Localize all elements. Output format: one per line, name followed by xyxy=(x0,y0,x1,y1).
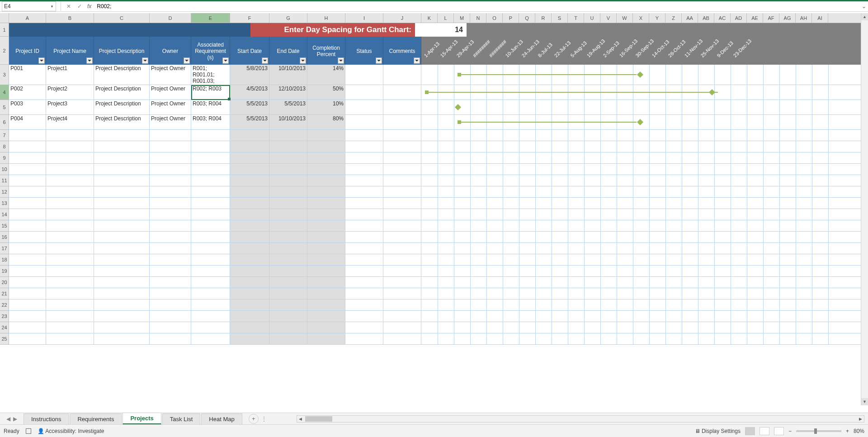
cell-end[interactable]: 12/10/2013 xyxy=(269,85,307,100)
cell-empty[interactable] xyxy=(269,299,307,310)
scroll-up-icon[interactable]: ▲ xyxy=(861,13,868,20)
cell-desc[interactable]: Project Description xyxy=(94,85,150,100)
cell-empty[interactable] xyxy=(269,141,307,152)
cell-empty[interactable] xyxy=(94,198,150,209)
cell-empty[interactable] xyxy=(150,333,191,344)
cell-id[interactable]: P002 xyxy=(9,85,46,100)
sheet-tab-instructions[interactable]: Instructions xyxy=(24,413,69,424)
col-header-N[interactable]: N xyxy=(470,13,486,23)
col-header-AE[interactable]: AE xyxy=(747,13,763,23)
cell-empty[interactable] xyxy=(269,288,307,299)
row-header-24[interactable]: 24 xyxy=(0,322,9,333)
cell-empty[interactable] xyxy=(94,164,150,175)
row-header-8[interactable]: 8 xyxy=(0,141,9,152)
cell-empty[interactable] xyxy=(46,311,94,322)
cell-empty[interactable] xyxy=(345,164,383,175)
cell-empty[interactable] xyxy=(230,266,269,276)
row-header-10[interactable]: 10 xyxy=(0,164,9,175)
row-header-23[interactable]: 23 xyxy=(0,311,9,322)
cell-empty[interactable] xyxy=(150,299,191,310)
cell-empty[interactable] xyxy=(46,186,94,197)
cell-empty[interactable] xyxy=(9,198,46,209)
cell-empty[interactable] xyxy=(46,322,94,333)
cell-empty[interactable] xyxy=(9,266,46,276)
cell-empty[interactable] xyxy=(191,198,230,209)
grid-body[interactable]: Enter Day Spacing for Gantt Chart: 14 Pr… xyxy=(9,23,861,405)
cell-empty[interactable] xyxy=(191,175,230,186)
cell-empty[interactable] xyxy=(230,198,269,209)
row-header-15[interactable]: 15 xyxy=(0,220,9,232)
cell-empty[interactable] xyxy=(9,141,46,152)
cell-empty[interactable] xyxy=(46,232,94,242)
cell-empty[interactable] xyxy=(307,175,345,186)
cell-empty[interactable] xyxy=(9,186,46,197)
col-header-AD[interactable]: AD xyxy=(731,13,747,23)
cell-empty[interactable] xyxy=(383,175,421,186)
cell-empty[interactable] xyxy=(150,311,191,322)
col-header-T[interactable]: T xyxy=(568,13,584,23)
row-header-6[interactable]: 6 xyxy=(0,115,9,130)
cell-end[interactable]: 5/5/2013 xyxy=(269,100,307,114)
sheet-tab-task list[interactable]: Task List xyxy=(162,413,201,424)
cell-empty[interactable] xyxy=(9,243,46,254)
filter-button-6[interactable] xyxy=(300,57,306,64)
cell-empty[interactable] xyxy=(191,130,230,141)
cell-id[interactable]: P004 xyxy=(9,115,46,129)
col-header-AI[interactable]: AI xyxy=(812,13,828,23)
cell-empty[interactable] xyxy=(307,186,345,197)
hscroll-thumb[interactable] xyxy=(305,416,332,422)
col-header-Q[interactable]: Q xyxy=(519,13,535,23)
zoom-level[interactable]: 80% xyxy=(854,428,864,434)
col-header-AG[interactable]: AG xyxy=(779,13,796,23)
filter-button-3[interactable] xyxy=(184,57,190,64)
cell-empty[interactable] xyxy=(269,254,307,265)
cell-empty[interactable] xyxy=(307,311,345,322)
cell-empty[interactable] xyxy=(150,277,191,288)
col-header-AA[interactable]: AA xyxy=(682,13,698,23)
cell-name[interactable]: Project1 xyxy=(46,65,94,85)
cell-empty[interactable] xyxy=(383,254,421,265)
cell-empty[interactable] xyxy=(191,220,230,231)
col-header-U[interactable]: U xyxy=(584,13,600,23)
cell-empty[interactable] xyxy=(230,220,269,231)
col-header-P[interactable]: P xyxy=(503,13,519,23)
scroll-right-icon[interactable]: ▶ xyxy=(857,417,864,421)
col-header-B[interactable]: B xyxy=(46,13,94,23)
cell-empty[interactable] xyxy=(94,254,150,265)
cell-empty[interactable] xyxy=(345,209,383,220)
cell-empty[interactable] xyxy=(307,299,345,310)
cell-comments[interactable] xyxy=(383,100,421,114)
cell-empty[interactable] xyxy=(191,141,230,152)
cell-empty[interactable] xyxy=(46,164,94,175)
cell-empty[interactable] xyxy=(307,130,345,141)
cell-empty[interactable] xyxy=(345,299,383,310)
row-header-22[interactable]: 22 xyxy=(0,299,9,311)
row-header-1[interactable]: 1 xyxy=(0,23,9,37)
cell-empty[interactable] xyxy=(307,220,345,231)
cell-empty[interactable] xyxy=(345,175,383,186)
cell-empty[interactable] xyxy=(345,232,383,242)
cell-empty[interactable] xyxy=(150,322,191,333)
cell-empty[interactable] xyxy=(383,209,421,220)
cell-empty[interactable] xyxy=(191,288,230,299)
col-header-O[interactable]: O xyxy=(486,13,503,23)
cell-empty[interactable] xyxy=(94,277,150,288)
enter-icon[interactable]: ✓ xyxy=(77,3,82,10)
cell-empty[interactable] xyxy=(307,209,345,220)
cell-owner[interactable]: Project Owner xyxy=(150,85,191,100)
row-header-16[interactable]: 16 xyxy=(0,232,9,243)
cell-empty[interactable] xyxy=(269,198,307,209)
cell-empty[interactable] xyxy=(345,254,383,265)
cell-empty[interactable] xyxy=(191,243,230,254)
cell-empty[interactable] xyxy=(191,254,230,265)
cell-empty[interactable] xyxy=(46,198,94,209)
cell-empty[interactable] xyxy=(46,130,94,141)
cell-empty[interactable] xyxy=(269,220,307,231)
cell-empty[interactable] xyxy=(345,311,383,322)
row-header-5[interactable]: 5 xyxy=(0,100,9,115)
cell-empty[interactable] xyxy=(230,254,269,265)
cell-empty[interactable] xyxy=(230,277,269,288)
cell-comments[interactable] xyxy=(383,65,421,85)
cell-empty[interactable] xyxy=(94,186,150,197)
formula-input[interactable] xyxy=(94,3,860,10)
